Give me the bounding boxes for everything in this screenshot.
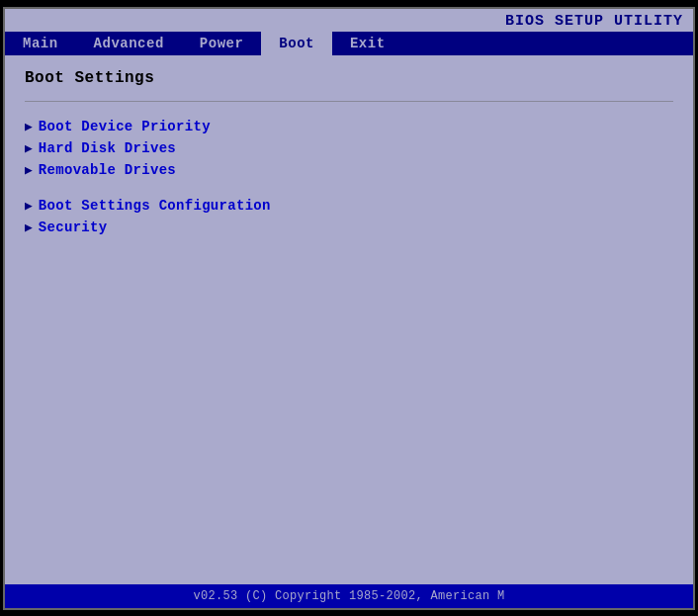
menu-label-0-2: Removable Drives [39, 162, 176, 178]
menu-label-1-1: Security [39, 220, 108, 235]
menu-label-1-0: Boot Settings Configuration [39, 198, 271, 214]
bios-title: BIOS SETUP UTILITY [505, 13, 683, 30]
arrow-icon: ▶ [25, 220, 33, 235]
arrow-icon: ▶ [25, 140, 33, 156]
footer-bar: v02.53 (C) Copyright 1985-2002, American… [5, 584, 693, 608]
menu-item-0-0[interactable]: ▶Boot Device Priority [25, 116, 673, 137]
footer-text: v02.53 (C) Copyright 1985-2002, American… [193, 589, 504, 603]
menu-label-0-0: Boot Device Priority [39, 119, 211, 134]
arrow-icon: ▶ [25, 162, 33, 178]
nav-bar: MainAdvancedPowerBootExit [5, 32, 693, 55]
nav-tab-exit[interactable]: Exit [332, 32, 403, 55]
menu-item-0-2[interactable]: ▶Removable Drives [25, 159, 673, 181]
bios-screen: BIOS SETUP UTILITY MainAdvancedPowerBoot… [3, 7, 695, 610]
arrow-icon: ▶ [25, 119, 33, 134]
nav-tab-boot[interactable]: Boot [261, 32, 332, 55]
menu-item-1-0[interactable]: ▶Boot Settings Configuration [25, 195, 673, 217]
title-bar: BIOS SETUP UTILITY [5, 9, 693, 32]
menu-item-1-1[interactable]: ▶Security [25, 217, 673, 238]
nav-tab-main[interactable]: Main [5, 32, 76, 55]
divider [25, 101, 673, 102]
menu-label-0-1: Hard Disk Drives [39, 140, 176, 156]
nav-tab-power[interactable]: Power [182, 32, 262, 55]
main-content: Boot Settings ▶Boot Device Priority▶Hard… [5, 55, 693, 584]
nav-tab-advanced[interactable]: Advanced [76, 32, 182, 55]
arrow-icon: ▶ [25, 198, 33, 214]
menu-item-0-1[interactable]: ▶Hard Disk Drives [25, 137, 673, 159]
menu-group-0: ▶Boot Device Priority▶Hard Disk Drives▶R… [25, 116, 673, 181]
section-title: Boot Settings [25, 69, 673, 87]
menu-group-1: ▶Boot Settings Configuration▶Security [25, 195, 673, 238]
